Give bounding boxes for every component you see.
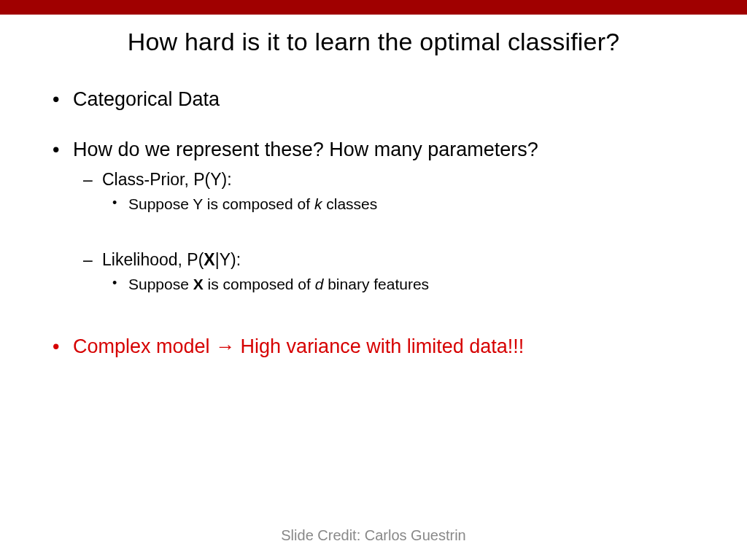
- bullet-complex-model: Complex model → High variance with limit…: [73, 334, 703, 359]
- var-d: d: [315, 276, 324, 292]
- bullet-categorical-data: Categorical Data: [73, 87, 703, 112]
- var-x: X: [193, 276, 204, 292]
- text-post: classes: [322, 195, 377, 212]
- bullet-text: How do we represent these? How many para…: [73, 139, 538, 160]
- text-pre: Suppose Y is composed of: [128, 195, 314, 212]
- slide-credit: Slide Credit: Carlos Guestrin: [0, 527, 747, 544]
- slide-body: How hard is it to learn the optimal clas…: [0, 15, 747, 359]
- bullet-represent-parameters: How do we represent these? How many para…: [73, 137, 703, 295]
- text-pre: Suppose: [128, 276, 193, 292]
- text-mid: is composed of: [204, 276, 315, 292]
- bullet-list: Categorical Data How do we represent the…: [44, 87, 703, 359]
- var-k: k: [314, 195, 322, 212]
- text-post: |Y):: [215, 250, 241, 269]
- text-post: High variance with limited data!!!: [235, 335, 524, 357]
- subbullet-text: Class-Prior, P(Y):: [102, 170, 232, 189]
- subsubbullet-x-features: Suppose X is composed of d binary featur…: [128, 274, 703, 295]
- slide-title: How hard is it to learn the optimal clas…: [44, 28, 703, 56]
- text-pre: Complex model: [73, 335, 215, 357]
- text-pre: Likelihood, P(: [102, 250, 204, 269]
- arrow-icon: →: [215, 335, 235, 357]
- top-accent-bar: [0, 0, 747, 15]
- subbullet-likelihood: Likelihood, P(X|Y): Suppose X is compose…: [102, 249, 703, 295]
- var-x: X: [204, 250, 214, 269]
- subbullet-class-prior: Class-Prior, P(Y): Suppose Y is composed…: [102, 168, 703, 214]
- text-post: binary features: [323, 276, 429, 292]
- subsubbullet-y-classes: Suppose Y is composed of k classes: [128, 194, 703, 214]
